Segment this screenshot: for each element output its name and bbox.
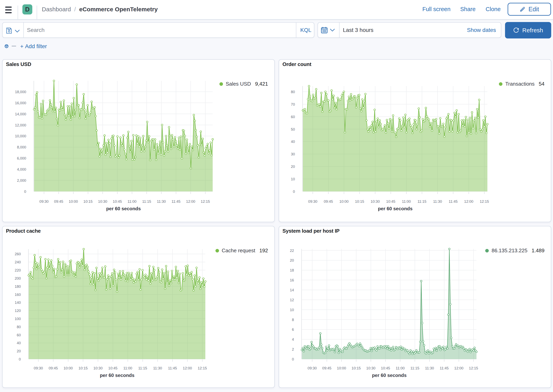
svg-text:12:15: 12:15 (469, 366, 478, 370)
svg-text:10:30: 10:30 (366, 366, 375, 370)
svg-text:0: 0 (293, 189, 295, 194)
svg-text:0: 0 (19, 357, 21, 361)
svg-text:10:30: 10:30 (93, 366, 103, 370)
svg-text:11:00: 11:00 (402, 199, 411, 203)
svg-text:0: 0 (292, 357, 294, 361)
svg-text:22: 22 (290, 249, 294, 253)
svg-text:per 60 seconds: per 60 seconds (100, 373, 135, 378)
svg-text:11:30: 11:30 (433, 199, 442, 203)
svg-text:11:15: 11:15 (142, 199, 151, 203)
svg-text:18: 18 (290, 268, 294, 272)
svg-text:16,000: 16,000 (15, 101, 26, 105)
svg-text:09:45: 09:45 (49, 366, 58, 370)
svg-text:40: 40 (291, 140, 295, 144)
svg-text:2: 2 (292, 347, 294, 351)
svg-text:260: 260 (15, 252, 21, 256)
svg-text:10:15: 10:15 (78, 366, 88, 370)
svg-text:12:00: 12:00 (464, 199, 473, 203)
svg-text:60: 60 (291, 115, 295, 119)
svg-text:Sales USD: Sales USD (6, 61, 31, 67)
svg-text:10:30: 10:30 (98, 199, 107, 203)
svg-text:220: 220 (15, 268, 21, 272)
svg-text:11:00: 11:00 (128, 199, 137, 203)
svg-text:4: 4 (292, 337, 294, 342)
svg-text:60: 60 (17, 333, 21, 337)
svg-text:10:45: 10:45 (386, 199, 395, 203)
svg-text:11:15: 11:15 (138, 366, 147, 370)
svg-text:09:30: 09:30 (39, 199, 49, 203)
svg-text:18,000: 18,000 (15, 90, 26, 94)
svg-text:10:45: 10:45 (381, 366, 390, 370)
svg-text:80: 80 (17, 325, 21, 329)
svg-text:11:15: 11:15 (417, 199, 426, 203)
svg-text:09:30: 09:30 (34, 366, 43, 370)
svg-text:20: 20 (290, 258, 294, 262)
svg-text:12:00: 12:00 (454, 366, 463, 370)
svg-text:240: 240 (15, 260, 21, 264)
svg-text:11:30: 11:30 (157, 199, 166, 203)
svg-text:10:00: 10:00 (339, 199, 349, 203)
svg-text:10: 10 (290, 308, 294, 312)
svg-text:10:00: 10:00 (337, 366, 346, 370)
svg-text:12,000: 12,000 (15, 123, 26, 127)
svg-text:40: 40 (17, 341, 21, 345)
svg-text:10:45: 10:45 (113, 199, 122, 203)
svg-text:11:15: 11:15 (411, 366, 420, 370)
svg-text:11:45: 11:45 (449, 199, 458, 203)
svg-text:14: 14 (290, 288, 294, 292)
svg-text:10:00: 10:00 (69, 199, 78, 203)
svg-text:200: 200 (15, 276, 21, 280)
svg-text:12:00: 12:00 (186, 199, 195, 203)
svg-text:11:00: 11:00 (396, 366, 405, 370)
svg-text:per 60 seconds: per 60 seconds (378, 206, 413, 211)
svg-text:11:45: 11:45 (440, 366, 449, 370)
svg-text:Product cache: Product cache (6, 228, 41, 234)
svg-text:System load per host IP: System load per host IP (282, 228, 340, 234)
svg-text:120: 120 (15, 308, 21, 313)
svg-text:180: 180 (15, 284, 21, 288)
svg-text:0: 0 (24, 189, 26, 194)
svg-text:8,000: 8,000 (17, 145, 26, 149)
svg-text:50: 50 (291, 127, 295, 131)
svg-text:14,000: 14,000 (15, 112, 26, 116)
svg-text:11:45: 11:45 (172, 199, 181, 203)
svg-text:09:45: 09:45 (322, 366, 331, 370)
svg-text:09:30: 09:30 (308, 199, 317, 203)
svg-text:09:45: 09:45 (324, 199, 333, 203)
svg-text:100: 100 (15, 317, 21, 321)
svg-text:11:30: 11:30 (425, 366, 434, 370)
svg-text:6: 6 (292, 327, 294, 332)
svg-text:10:15: 10:15 (84, 199, 92, 203)
svg-text:per 60 seconds: per 60 seconds (372, 373, 407, 378)
svg-text:4,000: 4,000 (17, 167, 26, 171)
svg-text:8: 8 (292, 318, 294, 322)
svg-text:09:45: 09:45 (54, 199, 63, 203)
svg-text:12:00: 12:00 (183, 366, 192, 370)
svg-text:09:30: 09:30 (308, 366, 317, 370)
svg-text:10:45: 10:45 (108, 366, 117, 370)
svg-text:per 60 seconds: per 60 seconds (106, 206, 141, 211)
svg-text:11:00: 11:00 (123, 366, 132, 370)
svg-text:12: 12 (290, 298, 294, 302)
svg-text:30: 30 (291, 152, 295, 156)
svg-text:80: 80 (291, 90, 295, 94)
svg-text:16: 16 (290, 278, 294, 282)
svg-text:140: 140 (15, 301, 21, 305)
svg-text:10:30: 10:30 (371, 199, 380, 203)
svg-text:10:15: 10:15 (352, 366, 361, 370)
svg-text:10,000: 10,000 (15, 134, 26, 138)
svg-text:Order count: Order count (282, 61, 311, 67)
svg-text:10: 10 (291, 177, 295, 181)
svg-text:10:00: 10:00 (64, 366, 73, 370)
svg-text:12:15: 12:15 (480, 199, 489, 203)
svg-text:11:45: 11:45 (168, 366, 177, 370)
svg-text:2,000: 2,000 (17, 178, 26, 182)
svg-text:12:15: 12:15 (198, 366, 207, 370)
svg-text:6,000: 6,000 (17, 156, 26, 160)
svg-text:12:15: 12:15 (201, 199, 210, 203)
svg-text:20: 20 (17, 349, 21, 353)
svg-text:20: 20 (291, 164, 295, 169)
svg-text:10:15: 10:15 (355, 199, 364, 203)
svg-text:11:30: 11:30 (153, 366, 162, 370)
svg-text:70: 70 (291, 102, 295, 106)
